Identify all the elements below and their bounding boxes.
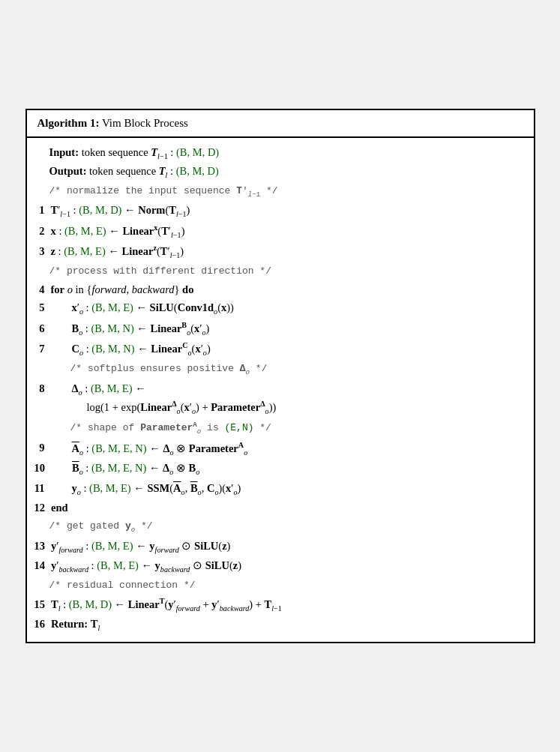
line-num-12: 12	[34, 499, 52, 516]
line-11-row: 11 yo : (B, M, E) ← SSM(Ao, Bo, Co)(x′o)	[34, 480, 526, 499]
output-line: Output: token sequence Tl : (B, M, D)	[49, 163, 526, 181]
line-5-content: x′o : (B, M, E) ← SiLU(Conv1do(x))	[51, 299, 526, 318]
line-1-row: 1 T′l−1 : (B, M, D) ← Norm(Tl−1)	[34, 202, 526, 220]
line-num-8: 8	[34, 380, 51, 397]
line-num-4: 4	[34, 281, 51, 298]
line-10-row: 10 Bo : (B, M, E, N) ← Δo ⊗ Bo	[34, 460, 526, 478]
algorithm-title: Vim Block Process	[99, 117, 187, 129]
line-7-content: Co : (B, M, N) ← LinearCo(x′o)	[51, 340, 526, 358]
line-7-row: 7 Co : (B, M, N) ← LinearCo(x′o)	[34, 340, 526, 358]
line-4-content: for o in {forward, backward} do	[51, 281, 526, 298]
line-16-row: 16 Return: Tl	[34, 616, 526, 634]
line-num-9: 9	[34, 439, 51, 456]
input-sub: l−1	[157, 152, 168, 160]
line-6-content: Bo : (B, M, N) ← LinearBo(x′o)	[51, 319, 526, 338]
line-11-content: yo : (B, M, E) ← SSM(Ao, Bo, Co)(x′o)	[51, 480, 526, 499]
line-2-row: 2 x : (B, M, E) ← Linearx(T′l−1)	[34, 222, 526, 241]
line-3-content: z : (B, M, E) ← Linearz(T′l−1)	[51, 242, 526, 261]
algorithm-body: Input: token sequence Tl−1 : (B, M, D) O…	[27, 138, 534, 642]
line-num-10: 10	[34, 460, 52, 476]
line-13-content: y′forward : (B, M, E) ← yforward ⊙ SiLU(…	[51, 538, 526, 556]
algorithm-header: Algorithm 1: Vim Block Process	[27, 110, 534, 138]
line-16-content: Return: Tl	[51, 616, 526, 634]
output-label: Output:	[49, 165, 87, 177]
line-6-row: 6 Bo : (B, M, N) ← LinearBo(x′o)	[34, 319, 526, 338]
line-num-13: 13	[34, 538, 52, 554]
line-8-content: Δo : (B, M, E) ← log(1 + exp(LinearΔo(x′…	[51, 380, 526, 418]
line-10-content: Bo : (B, M, E, N) ← Δo ⊗ Bo	[51, 460, 526, 478]
line-14-content: y′backward : (B, M, E) ← ybackward ⊙ SiL…	[51, 557, 526, 576]
line-15-content: Tl : (B, M, D) ← LinearT(y′forward + y′b…	[51, 595, 526, 614]
line-5-row: 5 x′o : (B, M, E) ← SiLU(Conv1do(x))	[34, 299, 526, 318]
line-12-row: 12 end	[34, 499, 526, 516]
input-line: Input: token sequence Tl−1 : (B, M, D)	[49, 144, 526, 163]
comment-normalize: /* normalize the input sequence T′l−1 */	[34, 184, 526, 200]
line-2-content: x : (B, M, E) ← Linearx(T′l−1)	[51, 222, 526, 241]
line-num-5: 5	[34, 299, 51, 316]
line-8-row: 8 Δo : (B, M, E) ← log(1 + exp(LinearΔo(…	[34, 380, 526, 418]
line-num-11: 11	[34, 480, 51, 496]
io-section: Input: token sequence Tl−1 : (B, M, D) O…	[34, 144, 526, 181]
line-9-row: 9 Ao : (B, M, E, N) ← Δo ⊗ ParameterAo	[34, 439, 526, 458]
input-var: T	[151, 146, 157, 158]
line-num-3: 3	[34, 243, 51, 259]
comment-gated: /* get gated yo */	[34, 519, 526, 535]
line-14-row: 14 y′backward : (B, M, E) ← ybackward ⊙ …	[34, 557, 526, 576]
comment-direction: /* process with different direction */	[34, 264, 526, 279]
comment-residual: /* residual connection */	[34, 578, 526, 593]
line-num-7: 7	[34, 340, 51, 357]
line-9-content: Ao : (B, M, E, N) ← Δo ⊗ ParameterAo	[51, 439, 526, 458]
input-dim: (B, M, D)	[176, 146, 219, 158]
algorithm-label: Algorithm 1:	[37, 117, 100, 129]
line-num-15: 15	[34, 596, 52, 613]
line-4-row: 4 for o in {forward, backward} do	[34, 281, 526, 298]
line-12-content: end	[51, 499, 526, 516]
line-num-6: 6	[34, 320, 51, 337]
line-num-16: 16	[34, 616, 52, 632]
comment-parameter-shape: /* shape of ParameterAo is (E,N) */	[34, 420, 526, 437]
line-13-row: 13 y′forward : (B, M, E) ← yforward ⊙ Si…	[34, 538, 526, 556]
input-label: Input:	[49, 146, 79, 158]
line-num-14: 14	[34, 557, 52, 574]
algorithm-box: Algorithm 1: Vim Block Process Input: to…	[25, 109, 535, 643]
comment-softplus: /* softplus ensures positive Δo */	[34, 361, 526, 378]
line-num-1: 1	[34, 202, 51, 218]
line-1-content: T′l−1 : (B, M, D) ← Norm(Tl−1)	[51, 202, 526, 220]
line-3-row: 3 z : (B, M, E) ← Linearz(T′l−1)	[34, 242, 526, 261]
line-15-row: 15 Tl : (B, M, D) ← LinearT(y′forward + …	[34, 595, 526, 614]
line-num-2: 2	[34, 223, 51, 239]
